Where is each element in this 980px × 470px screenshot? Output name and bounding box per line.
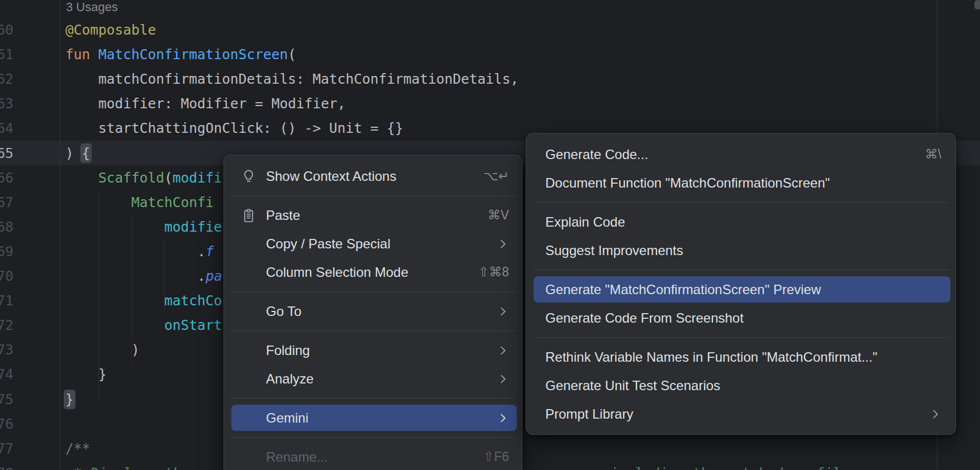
code-line[interactable]: modifier: Modifier = Modifier, [98, 92, 346, 116]
ide-editor-screenshot: { "colors": { "editor_bg": "#1E1F22", "c… [0, 0, 980, 470]
menu-item-generate-code[interactable]: Generate Code... ⌘\ [526, 140, 955, 169]
line-number[interactable]: 70 [0, 264, 13, 289]
submenu-chevron-icon [497, 344, 509, 357]
menu-item-shortcut: ⌘\ [925, 147, 941, 162]
code-token: matchCo [164, 292, 222, 309]
code-token: ( [288, 46, 296, 63]
code-line[interactable]: .pa [197, 264, 222, 289]
menu-item-label: Prompt Library [545, 406, 633, 422]
code-line[interactable]: MatchConfi [131, 190, 214, 215]
code-line[interactable]: modifie [164, 215, 222, 239]
menu-item-generate-code-from-screenshot[interactable]: Generate Code From Screenshot [526, 304, 955, 332]
code-line[interactable]: fun MatchConfirmationScreen( [65, 42, 296, 67]
line-number[interactable]: 67 [0, 190, 13, 215]
menu-item-shortcut: ⇧F6 [483, 449, 509, 464]
code-token: MatchConfirmationScreen [98, 46, 288, 63]
code-token: @Composable [65, 22, 156, 38]
menu-item-shortcut: ⌥↵ [483, 169, 509, 184]
menu-item-gemini[interactable]: Gemini [224, 404, 522, 432]
code-line[interactable]: .f [197, 239, 214, 264]
code-line[interactable]: * Displays the ma [74, 461, 214, 470]
menu-item-document-function[interactable]: Document Function "MatchConfirmationScre… [526, 169, 955, 197]
code-line[interactable]: ) { [65, 141, 90, 166]
line-number[interactable]: 71 [0, 289, 13, 313]
menu-item-folding[interactable]: Folding [224, 336, 522, 365]
code-line[interactable]: } [98, 362, 107, 387]
menu-item-generate-preview[interactable]: Generate "MatchConfirmationScreen" Previ… [526, 275, 955, 304]
line-number[interactable]: 69 [0, 239, 13, 264]
line-number[interactable]: 73 [0, 338, 13, 362]
usages-inlay-hint[interactable]: 3 Usages [66, 0, 118, 15]
code-token: fun [65, 46, 90, 63]
code-token: ) [131, 342, 140, 358]
line-number[interactable]: 64 [0, 116, 13, 141]
line-number[interactable]: 66 [0, 166, 13, 190]
code-line[interactable]: } [65, 387, 74, 412]
menu-item-go-to[interactable]: Go To [224, 297, 522, 325]
gemini-submenu: Generate Code... ⌘\ Document Function "M… [526, 133, 956, 435]
code-line[interactable]: Scaffold(modifi [98, 166, 222, 190]
menu-separator [231, 291, 515, 292]
code-line[interactable]: /** [65, 437, 90, 461]
menu-item-paste[interactable]: Paste ⌘V [224, 201, 522, 229]
line-number[interactable]: 61 [0, 42, 13, 67]
code-token [90, 46, 98, 63]
code-line[interactable]: matchCo [164, 289, 222, 313]
submenu-chevron-icon [497, 238, 509, 250]
code-token: modifie [164, 219, 222, 235]
code-token: onStart [164, 317, 222, 333]
code-token: MatchConfi [131, 194, 214, 210]
code-line[interactable]: @Composable [65, 18, 156, 42]
line-number[interactable]: 78 [0, 461, 13, 470]
line-number[interactable]: 72 [0, 313, 13, 338]
menu-item-copy-paste-special[interactable]: Copy / Paste Special [224, 229, 522, 258]
menu-item-label: Column Selection Mode [266, 265, 408, 280]
menu-item-label: Explain Code [545, 214, 625, 230]
line-number[interactable]: 60 [0, 18, 13, 42]
code-token: modifi [173, 170, 222, 186]
code-token: * Displays the ma [74, 465, 214, 470]
menu-separator [231, 330, 515, 331]
lightbulb-icon [241, 169, 256, 184]
submenu-chevron-icon [497, 305, 509, 318]
vertical-scrollbar-thumb[interactable] [974, 0, 980, 9]
menu-item-explain-code[interactable]: Explain Code [526, 208, 955, 236]
submenu-chevron-icon [497, 373, 509, 385]
line-number[interactable]: 62 [0, 67, 13, 92]
code-token: } [65, 391, 74, 407]
submenu-chevron-icon [929, 408, 941, 420]
code-token: ) [65, 145, 82, 161]
line-number[interactable]: 76 [0, 412, 13, 437]
line-number[interactable]: 74 [0, 362, 13, 387]
code-token: { [82, 145, 91, 161]
code-line[interactable]: on screen, including the matched profile… [519, 461, 939, 470]
menu-item-generate-unit-test-scenarios[interactable]: Generate Unit Test Scenarios [526, 371, 955, 400]
line-number[interactable]: 63 [0, 92, 13, 116]
menu-item-analyze[interactable]: Analyze [224, 365, 522, 393]
menu-item-label: Folding [266, 343, 310, 358]
gutter-separator [60, 0, 60, 470]
line-number[interactable]: 68 [0, 215, 13, 239]
code-line[interactable]: ) [131, 338, 140, 362]
menu-item-label: Rethink Variable Names in Function "Matc… [545, 349, 877, 365]
code-token: matchConfirmationDetails: MatchConfirmat… [98, 71, 518, 87]
menu-item-label: Generate Code From Screenshot [545, 310, 744, 326]
menu-separator [533, 337, 949, 338]
menu-item-suggest-improvements[interactable]: Suggest Improvements [526, 236, 955, 265]
code-line[interactable]: onStart [164, 313, 222, 338]
menu-item-label: Generate "MatchConfirmationScreen" Previ… [545, 282, 821, 298]
menu-item-label: Rename... [266, 449, 328, 465]
menu-item-shortcut: ⌘V [488, 208, 509, 223]
code-token: pa [206, 268, 222, 284]
line-number[interactable]: 75 [0, 387, 13, 412]
line-number[interactable]: 77 [0, 437, 13, 461]
menu-item-column-selection-mode[interactable]: Column Selection Mode ⇧⌘8 [224, 258, 522, 286]
menu-item-rethink-variable-names[interactable]: Rethink Variable Names in Function "Matc… [526, 343, 955, 371]
line-number[interactable]: 65 [0, 141, 13, 166]
code-line[interactable]: startChattingOnClick: () -> Unit = {} [98, 116, 403, 141]
code-token: . [197, 268, 206, 284]
menu-item-prompt-library[interactable]: Prompt Library [526, 400, 955, 428]
menu-item-rename[interactable]: Rename... ⇧F6 [224, 443, 522, 470]
menu-item-show-context-actions[interactable]: Show Context Actions ⌥↵ [224, 162, 522, 190]
code-line[interactable]: matchConfirmationDetails: MatchConfirmat… [98, 67, 518, 92]
